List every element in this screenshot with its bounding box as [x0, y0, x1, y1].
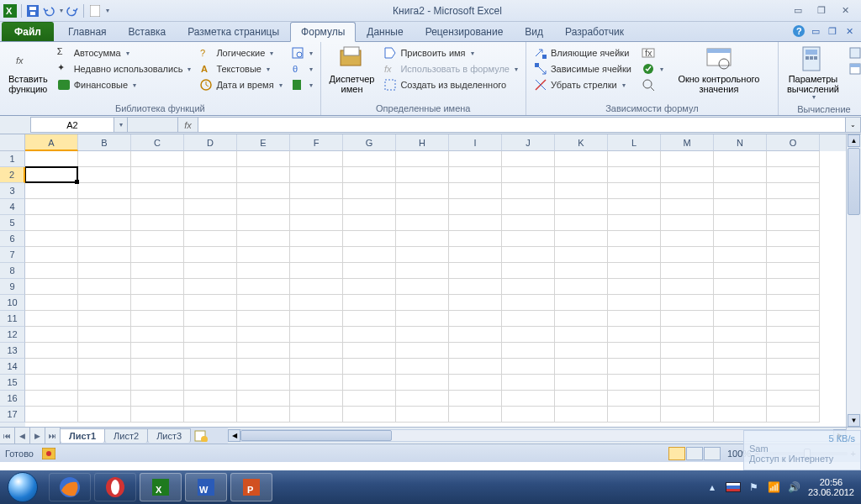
cell[interactable] — [555, 231, 608, 247]
cell[interactable] — [608, 375, 661, 391]
language-flag-icon[interactable] — [726, 482, 741, 492]
logical-button[interactable]: ?Логические▾ — [197, 45, 284, 60]
cell[interactable] — [449, 311, 502, 327]
cell[interactable] — [767, 231, 820, 247]
view-normal-button[interactable] — [668, 447, 685, 460]
qat-customize-dropdown[interactable]: ▾ — [106, 7, 109, 14]
cell[interactable] — [25, 167, 78, 183]
cell[interactable] — [502, 279, 555, 295]
column-header[interactable]: J — [502, 134, 555, 151]
cell[interactable] — [25, 375, 78, 391]
error-check-button[interactable]: ▾ — [639, 61, 666, 76]
financial-button[interactable]: Финансовые▾ — [55, 77, 194, 92]
column-header[interactable]: F — [290, 134, 343, 151]
cells-area[interactable] — [25, 151, 846, 423]
cell[interactable] — [237, 231, 290, 247]
close-button[interactable]: ✕ — [836, 4, 854, 18]
cell[interactable] — [25, 279, 78, 295]
cell[interactable] — [396, 167, 449, 183]
cell[interactable] — [78, 215, 131, 231]
cell[interactable] — [290, 247, 343, 263]
row-header[interactable]: 6 — [0, 231, 25, 247]
lookup-button[interactable]: ▾ — [288, 45, 315, 60]
column-header[interactable]: E — [237, 134, 290, 151]
vertical-scrollbar[interactable]: ▲ ▼ — [846, 134, 861, 427]
cell[interactable] — [449, 263, 502, 279]
start-button[interactable] — [0, 470, 45, 504]
cell[interactable] — [290, 231, 343, 247]
more-functions-button[interactable]: ▾ — [288, 77, 315, 92]
cell[interactable] — [25, 311, 78, 327]
tab-file[interactable]: Файл — [2, 22, 54, 41]
cell[interactable] — [661, 359, 714, 375]
cell[interactable] — [449, 199, 502, 215]
cell[interactable] — [78, 407, 131, 423]
cell[interactable] — [555, 247, 608, 263]
name-manager-button[interactable]: Диспетчер имен — [325, 44, 380, 96]
cell[interactable] — [184, 391, 237, 407]
cell[interactable] — [555, 263, 608, 279]
cell[interactable] — [502, 343, 555, 359]
cell[interactable] — [290, 327, 343, 343]
cell[interactable] — [449, 375, 502, 391]
doc-restore-icon[interactable]: ❐ — [826, 24, 839, 38]
cell[interactable] — [290, 391, 343, 407]
cell[interactable] — [767, 407, 820, 423]
expand-formula-bar[interactable]: ⌄ — [846, 117, 861, 133]
cell[interactable] — [555, 407, 608, 423]
cell[interactable] — [78, 391, 131, 407]
cell[interactable] — [25, 343, 78, 359]
cell[interactable] — [131, 295, 184, 311]
cell[interactable] — [78, 375, 131, 391]
cell[interactable] — [767, 247, 820, 263]
column-header[interactable]: G — [343, 134, 396, 151]
cell[interactable] — [237, 359, 290, 375]
column-header[interactable]: D — [184, 134, 237, 151]
cell[interactable] — [714, 407, 767, 423]
macro-record-icon[interactable] — [42, 448, 55, 459]
cell[interactable] — [767, 263, 820, 279]
cell[interactable] — [237, 407, 290, 423]
cell[interactable] — [608, 263, 661, 279]
cell[interactable] — [502, 183, 555, 199]
row-header[interactable]: 16 — [0, 391, 25, 407]
sheet-nav-prev[interactable]: ◀ — [15, 428, 30, 444]
cell[interactable] — [714, 391, 767, 407]
cell[interactable] — [131, 327, 184, 343]
cell[interactable] — [555, 167, 608, 183]
cell[interactable] — [608, 327, 661, 343]
cell[interactable] — [343, 231, 396, 247]
cell[interactable] — [661, 295, 714, 311]
cell[interactable] — [449, 295, 502, 311]
cell[interactable] — [290, 311, 343, 327]
cell[interactable] — [555, 343, 608, 359]
sheet-nav-next[interactable]: ▶ — [30, 428, 45, 444]
cell[interactable] — [25, 199, 78, 215]
cell[interactable] — [290, 167, 343, 183]
row-header[interactable]: 3 — [0, 183, 25, 199]
cell[interactable] — [661, 151, 714, 167]
scroll-left-arrow[interactable]: ◀ — [228, 429, 240, 442]
cell[interactable] — [502, 295, 555, 311]
cell[interactable] — [290, 279, 343, 295]
tab-developer[interactable]: Разработчик — [554, 22, 635, 41]
cell[interactable] — [714, 311, 767, 327]
cell[interactable] — [608, 359, 661, 375]
trace-precedents-button[interactable]: Влияющие ячейки — [531, 45, 634, 60]
cell[interactable] — [502, 151, 555, 167]
cell[interactable] — [767, 359, 820, 375]
cell[interactable] — [396, 391, 449, 407]
cell[interactable] — [290, 295, 343, 311]
cell[interactable] — [449, 231, 502, 247]
cell[interactable] — [343, 327, 396, 343]
tab-data[interactable]: Данные — [356, 22, 414, 41]
cell[interactable] — [767, 167, 820, 183]
cell[interactable] — [502, 391, 555, 407]
math-button[interactable]: θ▾ — [288, 61, 315, 76]
sheet-nav-first[interactable]: ⏮ — [0, 428, 15, 444]
cell[interactable] — [661, 279, 714, 295]
cell[interactable] — [714, 343, 767, 359]
define-name-button[interactable]: Присвоить имя▾ — [381, 45, 520, 60]
cell[interactable] — [237, 247, 290, 263]
view-page-break-button[interactable] — [704, 447, 721, 460]
